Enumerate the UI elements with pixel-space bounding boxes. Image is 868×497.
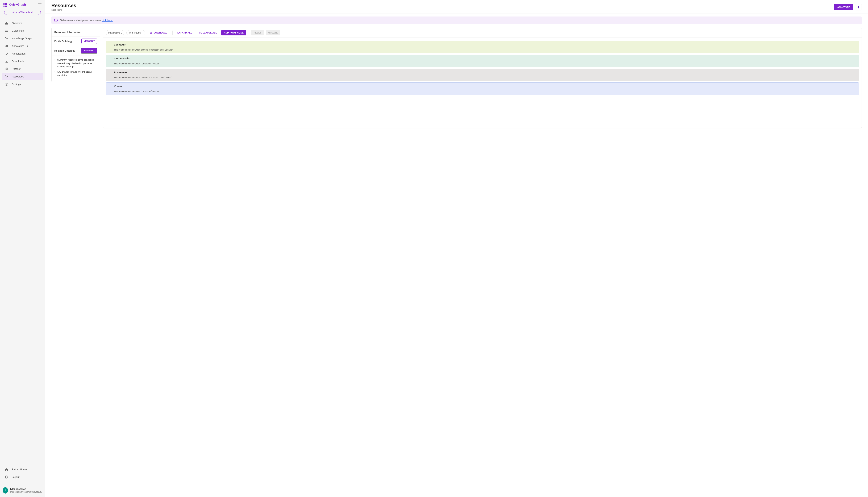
user-email: tyler.bikaun@research.uwa.edu.au [10,491,42,493]
relation-list: LocatedInThis relation holds between ent… [103,38,862,97]
sidebar-item-resources[interactable]: Resources [2,73,43,81]
item-count-chip: Item Count: 4 [126,30,145,35]
ontology-label: Relation Ontology [54,49,75,52]
download-button[interactable]: DOWNLOAD [147,30,170,36]
breadcrumb[interactable]: Dashboard [52,9,76,11]
project-badge[interactable]: Alice in Wonderland [4,10,41,15]
sidebar-item-dataset[interactable]: Dataset [0,65,45,73]
sidebar-nav: OverviewGuidelinesKnowledge GraphAnnotat… [0,17,45,88]
sidebar-item-overview[interactable]: Overview [0,19,45,27]
sidebar-item-logout[interactable]: Logout [0,473,45,481]
sidebar-item-annotators-1-[interactable]: Annotators (1) [0,42,45,50]
sidebar-item-downloads[interactable]: Downloads [0,57,45,65]
relation-name: LocatedIn [114,43,852,47]
sidebar-item-knowledge-graph[interactable]: Knowledge Graph [0,34,45,42]
home-icon [5,468,8,471]
sidebar-item-guidelines[interactable]: Guidelines [0,27,45,34]
ontology-label: Entity Ontology [54,40,72,43]
sidebar-item-settings[interactable]: Settings [0,81,45,88]
relation-name: Knows [114,85,852,89]
download-icon [5,59,8,63]
notifications-button[interactable] [855,4,862,11]
sidebar: QuickGraph Alice in Wonderland OverviewG… [0,0,45,497]
annotate-button[interactable]: ANNOTATE [834,4,853,10]
kebab-menu-icon[interactable]: ⋮ [852,45,856,49]
topbar: Resources Dashboard ANNOTATE [45,0,868,14]
resource-info-heading: Resource Information [52,28,100,37]
avatar: t [3,487,8,494]
expand-all-button[interactable]: EXPAND ALL [175,30,194,36]
info-icon: i [54,18,58,22]
add-root-node-button[interactable]: ADD ROOT NODE [221,30,246,36]
sidebar-item-label: Logout [12,475,19,479]
sidebar-item-label: Dataset [12,68,20,70]
relation-node[interactable]: KnowsThis relation holds between `Charac… [106,83,859,95]
sidebar-item-label: Annotators (1) [12,45,28,47]
ontology-row: Relation OntologyVIEW/EDIT [52,46,100,56]
sidebar-item-label: Guidelines [12,29,24,32]
sidebar-item-label: Overview [12,22,22,25]
bar-chart-icon [5,22,8,25]
note-item: Any changes made will impact all annotat… [57,70,97,77]
reset-button[interactable]: RESET [251,30,264,36]
sidebar-nav-bottom: Return HomeLogout [0,464,45,481]
page-title: Resources [52,3,76,8]
relation-description: This relation holds between `Character` … [114,89,852,93]
brand-name[interactable]: QuickGraph [9,3,36,6]
banner-link[interactable]: click here. [102,19,113,22]
doc-icon [5,67,8,71]
content: i To learn more about project resources … [45,14,868,497]
max-depth-chip: Max Depth: 1 [106,30,124,35]
relation-node[interactable]: LocatedInThis relation holds between ent… [106,41,859,53]
relation-description: This relation holds between entities `Ch… [114,75,852,79]
kebab-menu-icon[interactable]: ⋮ [852,73,856,77]
ontology-row: Entity OntologyVIEW/EDIT [52,37,100,46]
graph-icon [5,75,8,78]
gear-icon [5,83,8,86]
guidelines-icon [5,29,8,32]
sidebar-item-label: Knowledge Graph [12,37,32,40]
kebab-menu-icon[interactable]: ⋮ [852,59,856,63]
info-banner: i To learn more about project resources … [52,16,862,24]
sidebar-item-label: Return Home [12,468,27,471]
view-edit-button[interactable]: VIEW/EDIT [82,39,97,44]
collapse-sidebar-icon[interactable] [38,3,42,6]
sidebar-item-return-home[interactable]: Return Home [0,466,45,473]
collapse-all-button[interactable]: COLLAPSE ALL [197,30,219,36]
relation-name: Possesses [114,71,852,75]
sidebar-header: QuickGraph [0,0,45,9]
main: Resources Dashboard ANNOTATE i To learn … [45,0,868,497]
sidebar-item-label: Downloads [12,60,24,63]
banner-text: To learn more about project resources [60,19,102,22]
sidebar-item-adjudication[interactable]: Adjudication [0,50,45,57]
logout-icon [5,475,8,479]
resource-info-notes: Currently, resource items cannot be dele… [52,56,100,82]
gavel-icon [5,52,8,55]
download-icon [150,31,153,34]
view-edit-button[interactable]: VIEW/EDIT [81,48,97,54]
kebab-menu-icon[interactable]: ⋮ [852,87,856,91]
logo-icon [3,3,7,6]
sidebar-item-label: Settings [12,83,21,86]
relation-name: InteractsWith [114,57,852,61]
sidebar-item-label: Adjudication [12,52,26,55]
user-row[interactable]: t tyler-research tyler.bikaun@research.u… [0,485,45,497]
resource-info-card: Resource Information Entity OntologyVIEW… [52,28,100,82]
relation-description: This relation holds between entities `Ch… [114,47,852,51]
relation-description: This relation holds between `Character` … [114,61,852,65]
relation-node[interactable]: InteractsWithThis relation holds between… [106,55,859,67]
people-icon [5,44,8,48]
graph-icon [5,37,8,40]
tree-toolbar: Max Depth: 1 Item Count: 4 DOWNLOAD EXPA… [103,28,862,38]
user-name: tyler-research [10,488,42,491]
bell-icon [857,5,860,9]
note-item: Currently, resource items cannot be dele… [57,58,97,68]
sidebar-item-label: Resources [12,75,24,78]
relation-node[interactable]: PossessesThis relation holds between ent… [106,69,859,81]
update-button[interactable]: UPDATE [266,30,280,36]
ontology-tree-card: Max Depth: 1 Item Count: 4 DOWNLOAD EXPA… [103,28,862,128]
